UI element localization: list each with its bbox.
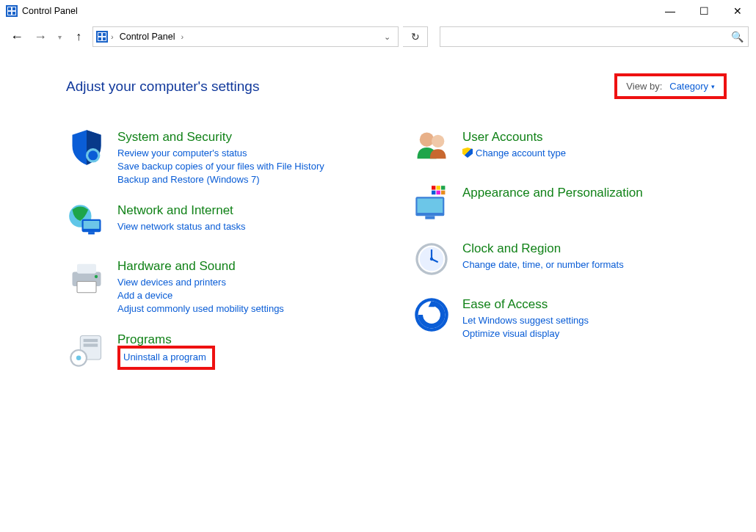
category-title[interactable]: Ease of Access [462, 297, 589, 312]
link-uninstall-program[interactable]: Uninstall a program [123, 351, 206, 362]
nav-row: ← → ▾ ↑ › Control Panel › ⌄ ↻ 🔍 [0, 22, 756, 51]
link-devices-printers[interactable]: View devices and printers [117, 277, 284, 288]
link-mobility-settings[interactable]: Adjust commonly used mobility settings [117, 303, 284, 314]
category-user-accounts: User Accounts Change account type [411, 128, 727, 170]
svg-point-29 [432, 135, 444, 147]
link-optimize-display[interactable]: Optimize visual display [462, 328, 589, 339]
category-hardware: Hardware and Sound View devices and prin… [66, 258, 382, 316]
svg-rect-16 [84, 221, 100, 229]
category-title[interactable]: Programs [117, 332, 215, 347]
ease-of-access-icon [411, 296, 452, 337]
back-button[interactable]: ← [7, 27, 26, 46]
viewby-value[interactable]: Category ▾ [669, 81, 715, 92]
minimize-button[interactable]: — [653, 0, 687, 22]
search-icon[interactable]: 🔍 [731, 31, 744, 43]
svg-rect-34 [437, 186, 440, 189]
link-change-account-type[interactable]: Change account type [462, 147, 566, 158]
category-title[interactable]: Clock and Region [462, 241, 624, 256]
svg-rect-10 [98, 37, 101, 40]
svg-rect-5 [12, 12, 15, 15]
svg-rect-8 [98, 33, 101, 36]
content-area: Adjust your computer's settings View by:… [0, 51, 756, 394]
header-row: Adjust your computer's settings View by:… [66, 73, 727, 99]
breadcrumb-sep-trail[interactable]: › [179, 32, 185, 41]
category-appearance: Appearance and Personalization [411, 184, 727, 225]
link-file-history[interactable]: Save backup copies of your files with Fi… [117, 161, 324, 172]
svg-rect-35 [441, 186, 445, 189]
svg-rect-24 [84, 343, 98, 346]
breadcrumb-sep-root[interactable]: › [109, 32, 115, 41]
page-heading: Adjust your computer's settings [66, 79, 259, 95]
category-programs: Programs Uninstall a program [66, 331, 382, 372]
svg-rect-33 [432, 186, 435, 189]
left-column: System and Security Review your computer… [66, 128, 382, 387]
svg-point-13 [88, 150, 98, 160]
link-date-time-formats[interactable]: Change date, time, or number formats [462, 259, 624, 270]
globe-network-icon [66, 202, 107, 243]
svg-rect-23 [84, 339, 98, 342]
refresh-button[interactable]: ↻ [403, 26, 428, 47]
viewby-label: View by: [626, 81, 662, 92]
clock-icon [411, 240, 452, 281]
category-title[interactable]: Appearance and Personalization [462, 186, 643, 200]
window-controls: — ☐ ✕ [653, 0, 755, 22]
window-title: Control Panel [22, 6, 78, 16]
svg-point-44 [430, 258, 433, 260]
svg-rect-4 [8, 12, 11, 15]
svg-rect-17 [88, 232, 95, 234]
category-grid: System and Security Review your computer… [66, 128, 727, 387]
search-bar[interactable]: 🔍 [440, 26, 749, 47]
category-system-security: System and Security Review your computer… [66, 128, 382, 187]
svg-rect-31 [418, 199, 443, 214]
maximize-button[interactable]: ☐ [687, 0, 721, 22]
monitor-palette-icon [411, 184, 452, 225]
svg-rect-19 [77, 264, 96, 274]
link-network-status[interactable]: View network status and tasks [117, 221, 246, 232]
forward-button[interactable]: → [31, 27, 50, 46]
link-review-status[interactable]: Review your computer's status [117, 147, 324, 158]
link-add-device[interactable]: Add a device [117, 290, 284, 301]
category-title[interactable]: Network and Internet [117, 203, 246, 218]
svg-rect-9 [103, 33, 106, 36]
svg-rect-3 [12, 7, 15, 10]
category-ease-of-access: Ease of Access Let Windows suggest setti… [411, 296, 727, 341]
users-icon [411, 128, 452, 170]
app-icon [6, 5, 18, 17]
close-button[interactable]: ✕ [721, 0, 755, 22]
history-dropdown[interactable]: ▾ [54, 27, 65, 46]
titlebar: Control Panel — ☐ ✕ [0, 0, 756, 22]
category-title[interactable]: Hardware and Sound [117, 259, 284, 274]
svg-rect-32 [425, 216, 435, 219]
svg-rect-11 [103, 37, 106, 40]
svg-rect-36 [432, 191, 435, 194]
svg-rect-37 [437, 191, 440, 194]
svg-rect-2 [8, 7, 11, 10]
search-input[interactable] [445, 32, 731, 42]
category-title[interactable]: User Accounts [462, 130, 566, 145]
address-bar[interactable]: › Control Panel › ⌄ [92, 26, 399, 47]
shield-icon [66, 128, 107, 170]
svg-rect-38 [441, 191, 445, 194]
control-panel-icon [96, 31, 108, 43]
breadcrumb-current[interactable]: Control Panel [117, 30, 178, 43]
printer-icon [66, 258, 107, 299]
view-by-selector[interactable]: View by: Category ▾ [614, 73, 727, 99]
address-dropdown-icon[interactable]: ⌄ [384, 32, 395, 42]
up-button[interactable]: ↑ [69, 27, 88, 46]
svg-rect-20 [77, 282, 96, 293]
category-clock-region: Clock and Region Change date, time, or n… [411, 240, 727, 281]
category-title[interactable]: System and Security [117, 130, 324, 145]
link-suggest-settings[interactable]: Let Windows suggest settings [462, 315, 589, 326]
svg-point-27 [76, 356, 81, 361]
svg-point-21 [95, 275, 98, 278]
category-network: Network and Internet View network status… [66, 202, 382, 243]
right-column: User Accounts Change account type [411, 128, 727, 387]
link-backup-restore[interactable]: Backup and Restore (Windows 7) [117, 174, 324, 185]
programs-icon [66, 331, 107, 372]
chevron-down-icon: ▾ [711, 83, 715, 90]
highlight-uninstall: Uninstall a program [117, 346, 215, 370]
